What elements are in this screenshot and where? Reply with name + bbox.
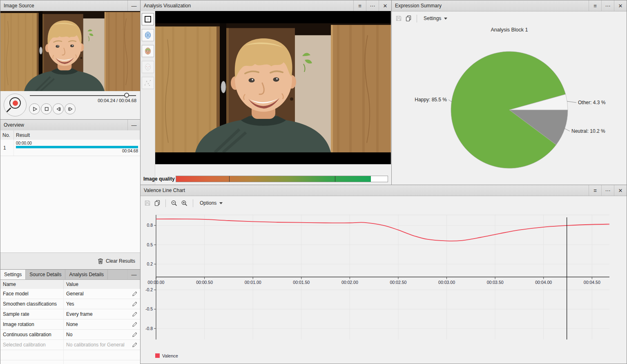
close-icon[interactable]: ✕ <box>614 0 627 11</box>
column-result: Result <box>14 130 140 140</box>
edit-pencil-icon[interactable] <box>129 340 140 350</box>
zoom-in-button[interactable] <box>181 200 188 207</box>
face-landmarks-icon <box>144 63 152 71</box>
panel-menu-icon[interactable]: = <box>589 0 601 11</box>
detail-row: Smoothen classificationsYes <box>0 299 140 309</box>
seek-slider-track[interactable] <box>30 95 136 96</box>
setting-name: Sample rate <box>0 309 64 319</box>
details-table-header: Name Value <box>0 280 140 289</box>
source-video-thumbnail[interactable] <box>0 11 140 91</box>
edit-pencil-icon[interactable] <box>129 299 140 309</box>
view-model-button[interactable] <box>142 45 154 57</box>
y-tick-label: -0.8 <box>145 326 153 331</box>
expr-toolbar: Settings <box>392 11 627 25</box>
viz-titlebar: Analysis Visualization = ⋯ ✕ <box>141 0 391 11</box>
valence-line-chart-panel: Valence Line Chart = ⋯ ✕ Options 00:00.0… <box>140 185 627 364</box>
more-options-icon[interactable]: ⋯ <box>601 0 614 11</box>
detail-row: Continuous calibrationNo <box>0 330 140 340</box>
record-dot-icon <box>13 100 18 106</box>
result-end-time: 00:04.68 <box>16 149 138 153</box>
more-options-icon[interactable]: ⋯ <box>366 0 379 11</box>
minimize-icon[interactable]: — <box>127 270 140 279</box>
y-tick-label: -0.5 <box>145 306 153 311</box>
stop-button[interactable] <box>41 103 52 114</box>
panel-title: Expression Summary <box>392 0 589 11</box>
setting-name: Image rotation <box>0 319 64 329</box>
setting-name: Smoothen classifications <box>0 299 64 309</box>
panel-menu-icon[interactable]: = <box>353 0 366 11</box>
zoom-out-icon <box>171 200 178 207</box>
tab-settings[interactable]: Settings <box>0 270 26 279</box>
play-button[interactable] <box>29 103 40 114</box>
time-display: 00:04.24 / 00:04.68 <box>98 98 136 103</box>
edit-pencil-icon[interactable] <box>129 319 140 329</box>
expression-pie-chart: Analysis Block 1 Neutral: 10.2 %Happy: 8… <box>392 25 627 185</box>
y-tick-label: 0.2 <box>147 261 153 266</box>
setting-value: Yes <box>64 299 129 309</box>
result-row[interactable]: 1 00:00.00 00:04.68 <box>0 140 140 156</box>
step-forward-button[interactable] <box>65 103 76 114</box>
panel-title: Overview <box>0 120 127 130</box>
seek-slider-thumb[interactable] <box>124 93 129 98</box>
copy-icon[interactable] <box>405 15 412 22</box>
column-no: No. <box>0 130 14 140</box>
settings-dropdown[interactable]: Settings <box>422 15 449 22</box>
clear-results-button[interactable]: Clear Results <box>106 258 135 264</box>
panel-title: Image Source <box>0 0 127 11</box>
setting-value: No calibrations for General <box>64 340 129 350</box>
face-mesh-icon <box>144 31 152 39</box>
toolbar-separator <box>193 199 193 207</box>
chevron-down-icon <box>219 202 223 204</box>
options-dropdown-label: Options <box>200 200 216 206</box>
playback-controls: 00:04.24 / 00:04.68 <box>0 91 140 119</box>
minimize-icon[interactable]: — <box>127 120 140 130</box>
frame-icon <box>144 16 152 23</box>
view-points-button[interactable] <box>142 77 154 89</box>
options-dropdown[interactable]: Options <box>198 199 224 207</box>
edit-pencil-icon[interactable] <box>129 330 140 339</box>
edit-pencil-icon[interactable] <box>129 289 140 299</box>
analysis-video-view[interactable] <box>155 11 391 164</box>
save-icon[interactable] <box>144 200 151 206</box>
x-tick-label: 00:04.00 <box>535 280 552 285</box>
column-name: Name <box>0 280 64 289</box>
chevron-down-icon <box>444 18 447 20</box>
details-rows: Face modelGeneralSmoothen classification… <box>0 289 140 364</box>
edit-pencil-icon[interactable] <box>129 309 140 319</box>
panel-title: Valence Line Chart <box>141 185 589 196</box>
save-icon[interactable] <box>395 15 402 22</box>
x-tick-label: 00:00.50 <box>196 280 213 285</box>
setting-value: None <box>64 319 129 329</box>
analyze-record-button[interactable] <box>4 94 27 116</box>
copy-icon[interactable] <box>154 200 161 206</box>
panel-title: Analysis Visualization <box>141 0 353 11</box>
setting-name: Selected calibration <box>0 340 64 350</box>
more-options-icon[interactable]: ⋯ <box>601 185 614 196</box>
image-source-panel: Image Source — 00:04.24 / 00:04.68 <box>0 0 141 120</box>
zoom-in-icon <box>181 200 188 207</box>
view-landmarks-button[interactable] <box>142 61 154 73</box>
zoom-out-button[interactable] <box>171 200 178 207</box>
viz-toolbar <box>141 11 155 185</box>
pie-chart-title: Analysis Block 1 <box>491 27 528 33</box>
overview-footer: Clear Results <box>0 252 140 269</box>
close-icon[interactable]: ✕ <box>379 0 391 11</box>
minimize-icon[interactable]: — <box>127 0 140 11</box>
panel-menu-icon[interactable]: = <box>589 185 601 196</box>
x-tick-label: 00:02.00 <box>341 280 358 285</box>
detail-row: Face modelGeneral <box>0 289 140 299</box>
overview-panel: Overview — No. Result 1 00:00.00 00:04.6… <box>0 119 141 270</box>
close-icon[interactable]: ✕ <box>614 185 627 196</box>
x-tick-label: 00:02.50 <box>390 280 407 285</box>
image-source-titlebar: Image Source — <box>0 0 140 11</box>
y-tick-label: -0.2 <box>145 287 153 292</box>
view-frame-button[interactable] <box>142 13 154 25</box>
tab-analysis-details[interactable]: Analysis Details <box>65 270 108 279</box>
quality-threshold-tick <box>335 176 335 182</box>
details-tabstrip: Settings Source Details Analysis Details… <box>0 270 140 280</box>
tab-source-details[interactable]: Source Details <box>26 270 65 279</box>
step-back-button[interactable] <box>53 103 64 114</box>
view-mesh-button[interactable] <box>142 29 154 41</box>
detail-row: Image rotationNone <box>0 319 140 330</box>
x-tick-label: 00:01.00 <box>245 280 261 285</box>
